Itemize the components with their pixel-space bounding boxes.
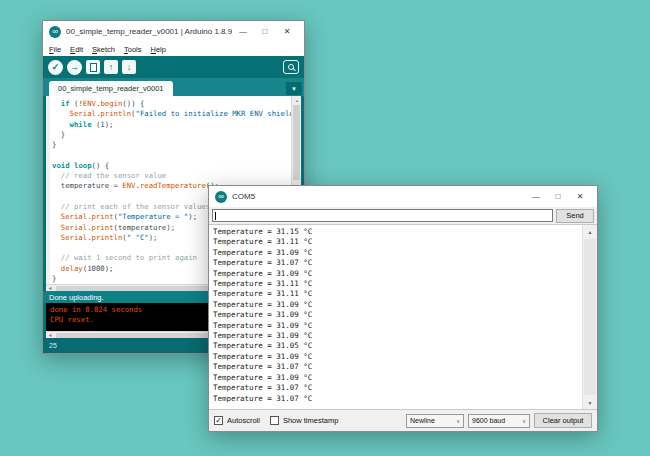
code-line: Serial.println("Failed to initialize MKR… xyxy=(52,109,291,119)
serial-line: Temperature = 31.09 °C xyxy=(213,352,581,362)
serial-line: Temperature = 31.09 °C xyxy=(213,248,581,258)
serial-line: Temperature = 31.15 °C xyxy=(213,227,581,237)
serial-options-bar: ✓ Autoscroll Show timestamp Newline ∨ 96… xyxy=(209,410,597,431)
close-button[interactable]: ✕ xyxy=(276,23,298,41)
code-line: } xyxy=(52,130,291,140)
upload-button[interactable]: → xyxy=(67,60,82,75)
tab-dropdown-button[interactable]: ▼ xyxy=(286,82,302,95)
serial-monitor-button[interactable] xyxy=(283,60,299,74)
code-line xyxy=(52,150,291,160)
save-button[interactable]: ↓ xyxy=(122,60,136,74)
serial-line: Temperature = 31.07 °C xyxy=(213,383,581,393)
menu-sketch[interactable]: Sketch xyxy=(92,45,115,54)
serial-monitor-window: ∞ COM5 — □ ✕ Send Temperature = 31.15 °C… xyxy=(208,185,598,432)
code-line: } xyxy=(52,140,291,150)
send-button[interactable]: Send xyxy=(556,209,594,223)
text-caret xyxy=(215,212,216,220)
serial-line: Temperature = 31.09 °C xyxy=(213,310,581,320)
sketch-tab[interactable]: 00_simple_temp_reader_v0001 xyxy=(49,81,173,96)
maximize-button[interactable]: □ xyxy=(547,188,569,206)
serial-output: Temperature = 31.15 °CTemperature = 31.1… xyxy=(213,227,581,409)
code-line: while (1); xyxy=(52,120,291,130)
serial-send-input[interactable] xyxy=(212,209,553,222)
menu-help[interactable]: Help xyxy=(151,45,166,54)
menu-edit[interactable]: Edit xyxy=(70,45,83,54)
menubar: FileEditSketchToolsHelp xyxy=(43,42,304,56)
arduino-logo-icon: ∞ xyxy=(215,191,227,203)
baud-rate-select[interactable]: 9600 baud ∨ xyxy=(468,414,530,428)
minimize-button[interactable]: — xyxy=(232,23,254,41)
serial-line: Temperature = 31.09 °C xyxy=(213,321,581,331)
scroll-down-icon[interactable]: ▼ xyxy=(583,396,597,409)
toolbar: ✓ → ↑ ↓ xyxy=(43,56,304,78)
serial-line: Temperature = 31.09 °C xyxy=(213,331,581,341)
scroll-thumb[interactable] xyxy=(293,105,300,180)
serial-window-title: COM5 xyxy=(232,192,525,201)
serial-line: Temperature = 31.09 °C xyxy=(213,269,581,279)
autoscroll-checkbox[interactable]: ✓ xyxy=(214,416,223,425)
magnifier-icon xyxy=(288,64,294,70)
open-button[interactable]: ↑ xyxy=(104,60,118,74)
arduino-logo-icon: ∞ xyxy=(49,26,61,38)
verify-button[interactable]: ✓ xyxy=(48,60,63,75)
arduino-window-title: 00_simple_temp_reader_v0001 | Arduino 1.… xyxy=(66,27,232,36)
close-button[interactable]: ✕ xyxy=(569,188,591,206)
scroll-up-icon[interactable]: ▲ xyxy=(292,96,301,104)
new-doc-icon xyxy=(90,63,97,72)
line-ending-select[interactable]: Newline ∨ xyxy=(406,414,464,428)
serial-titlebar[interactable]: ∞ COM5 — □ ✕ xyxy=(209,186,597,207)
scroll-up-icon[interactable]: ▲ xyxy=(583,225,597,238)
chevron-down-icon: ∨ xyxy=(456,418,460,424)
code-line: if (!ENV.begin()) { xyxy=(52,99,291,109)
serial-line: Temperature = 31.11 °C xyxy=(213,237,581,247)
editor-gutter xyxy=(46,96,50,284)
serial-line: Temperature = 31.09 °C xyxy=(213,300,581,310)
serial-line: Temperature = 31.11 °C xyxy=(213,279,581,289)
serial-line: Temperature = 31.11 °C xyxy=(213,289,581,299)
code-line: void loop() { xyxy=(52,161,291,171)
show-timestamp-checkbox[interactable] xyxy=(270,416,279,425)
new-sketch-button[interactable] xyxy=(86,60,100,74)
chevron-down-icon: ∨ xyxy=(522,418,526,424)
serial-line: Temperature = 31.07 °C xyxy=(213,258,581,268)
code-line: // read the sensor value xyxy=(52,171,291,181)
show-timestamp-label: Show timestamp xyxy=(283,416,338,425)
arduino-titlebar[interactable]: ∞ 00_simple_temp_reader_v0001 | Arduino … xyxy=(43,21,304,42)
serial-line: Temperature = 31.05 °C xyxy=(213,341,581,351)
menu-file[interactable]: File xyxy=(49,45,61,54)
scroll-thumb[interactable] xyxy=(584,239,596,395)
menu-tools[interactable]: Tools xyxy=(124,45,142,54)
serial-line: Temperature = 31.09 °C xyxy=(213,373,581,383)
minimize-button[interactable]: — xyxy=(525,188,547,206)
maximize-button[interactable]: □ xyxy=(254,23,276,41)
clear-output-button[interactable]: Clear output xyxy=(534,413,592,428)
autoscroll-label: Autoscroll xyxy=(227,416,260,425)
serial-line: Temperature = 31.07 °C xyxy=(213,394,581,404)
serial-vertical-scrollbar[interactable]: ▲ ▼ xyxy=(582,225,597,409)
tabstrip: 00_simple_temp_reader_v0001 ▼ xyxy=(43,78,304,96)
serial-line: Temperature = 31.07 °C xyxy=(213,362,581,372)
